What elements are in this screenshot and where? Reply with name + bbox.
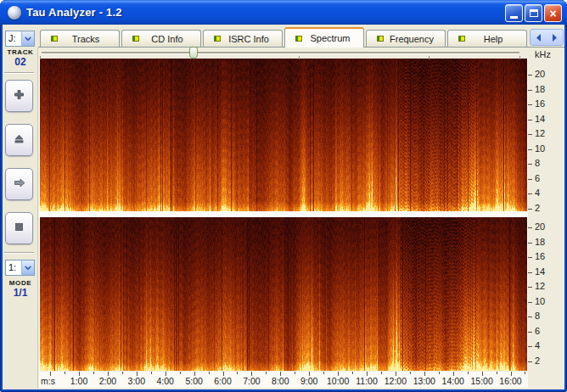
freq-tick — [528, 90, 532, 91]
time-tick-label: 15:00 — [468, 376, 497, 386]
freq-tick — [528, 332, 532, 333]
freq-tick — [528, 316, 532, 317]
chevron-down-icon — [25, 36, 31, 42]
time-tick-label: 11:00 — [352, 376, 381, 386]
app-window: Tau Analyzer - 1.2 × TracksCD InfoISRC I… — [0, 0, 567, 392]
freq-tick — [528, 287, 532, 288]
tab-cd-info[interactable]: CD Info — [121, 30, 201, 47]
eject-icon — [13, 132, 25, 148]
chevron-down-icon — [25, 266, 31, 271]
freq-tick — [528, 243, 532, 244]
slider-tick — [519, 56, 520, 59]
time-tick-label: 9:00 — [295, 376, 323, 386]
mode-select-value: 1: — [6, 260, 21, 275]
time-tick-label: 2:00 — [93, 376, 122, 386]
time-tick — [50, 372, 51, 376]
time-tick — [209, 372, 210, 374]
tab-scroll-right-button[interactable] — [547, 30, 563, 45]
tab-label: Spectrum — [307, 33, 353, 43]
tab-spectrum[interactable]: Spectrum — [284, 27, 364, 48]
minimize-button[interactable] — [505, 4, 523, 22]
freq-tick-label: 6 — [535, 326, 553, 336]
freq-tick-label: 20 — [535, 221, 553, 232]
tab-label: Help — [470, 34, 516, 44]
close-button[interactable]: × — [544, 4, 562, 22]
mode-label: MODE — [3, 279, 37, 287]
tab-tracks[interactable]: Tracks — [40, 30, 120, 47]
time-tick — [65, 372, 65, 374]
arrow-right-icon — [13, 176, 26, 193]
slider-tick — [429, 56, 429, 59]
tab-label: ISRC Info — [226, 34, 272, 44]
time-tick — [381, 372, 382, 374]
eject-button[interactable] — [5, 124, 33, 156]
freq-tick-label: 4 — [535, 188, 553, 198]
led-icon — [458, 36, 465, 42]
freq-tick-label: 16 — [535, 98, 553, 109]
drive-select[interactable]: J: — [5, 31, 35, 47]
time-tick — [352, 372, 353, 374]
time-tick — [122, 372, 123, 374]
freq-tick — [528, 193, 532, 194]
freq-tick-label: 20 — [535, 69, 553, 79]
time-tick-label: 14:00 — [439, 376, 468, 386]
freq-tick-label: 8 — [535, 311, 553, 321]
position-slider-thumb[interactable] — [189, 47, 198, 59]
freq-tick — [528, 104, 532, 105]
time-axis-unit: m:s — [41, 376, 55, 386]
time-tick — [93, 372, 94, 374]
tab-label: Tracks — [63, 34, 109, 44]
freq-tick — [528, 209, 532, 210]
time-tick-label: 7:00 — [237, 376, 266, 386]
time-tick — [323, 372, 324, 374]
time-tick — [151, 372, 152, 374]
stop-icon — [13, 221, 25, 237]
freq-tick — [528, 164, 532, 165]
tab-scroll-left-button[interactable] — [531, 30, 547, 45]
spectrogram-channel-1 — [40, 59, 527, 211]
time-tick-label: 4:00 — [151, 376, 180, 386]
maximize-button[interactable] — [525, 4, 542, 22]
tab-frequency[interactable]: Frequency — [366, 30, 446, 47]
time-tick-label: 12:00 — [381, 376, 410, 386]
tab-help[interactable]: Help — [447, 30, 527, 47]
freq-axis-unit: kHz — [535, 49, 551, 59]
position-slider-track[interactable] — [42, 52, 519, 53]
track-label: TRACK — [3, 48, 37, 56]
freq-tick-label: 6 — [535, 173, 553, 183]
freq-tick — [528, 302, 532, 303]
slider-tick — [40, 56, 41, 59]
time-tick-label: 1:00 — [65, 376, 93, 386]
freq-tick — [528, 120, 532, 120]
add-button[interactable] — [5, 80, 33, 112]
time-tick — [180, 372, 181, 374]
arrow-right-icon — [551, 33, 559, 42]
freq-tick — [528, 134, 532, 135]
play-button[interactable] — [5, 168, 33, 200]
spectrogram-view — [39, 59, 528, 371]
tab-isrc-info[interactable]: ISRC Info — [203, 30, 283, 47]
time-tick — [439, 372, 440, 374]
led-icon — [132, 36, 139, 42]
freq-tick-label: 14 — [535, 114, 553, 124]
time-axis: m:s 1:002:003:004:005:006:007:008:009:00… — [39, 372, 528, 388]
time-tick-label: 5:00 — [180, 376, 209, 386]
time-tick-label: 6:00 — [209, 376, 238, 386]
tab-label: Frequency — [389, 34, 435, 44]
arrow-left-icon — [535, 33, 542, 42]
drive-select-dropdown-button[interactable] — [21, 31, 34, 46]
stop-button[interactable] — [5, 212, 33, 244]
plus-icon — [13, 88, 25, 104]
time-tick-label: 8:00 — [266, 376, 295, 386]
minimize-icon — [510, 16, 518, 19]
time-tick-label: 10:00 — [323, 376, 352, 386]
time-tick — [410, 372, 411, 374]
mode-select-dropdown-button[interactable] — [21, 260, 34, 275]
slider-tick — [299, 56, 300, 59]
freq-tick-label: 18 — [535, 84, 553, 94]
track-number: 02 — [3, 56, 37, 68]
freq-tick-label: 18 — [535, 237, 553, 247]
freq-tick-label: 14 — [535, 266, 553, 277]
maximize-icon — [530, 9, 538, 17]
mode-select[interactable]: 1: — [5, 260, 35, 276]
